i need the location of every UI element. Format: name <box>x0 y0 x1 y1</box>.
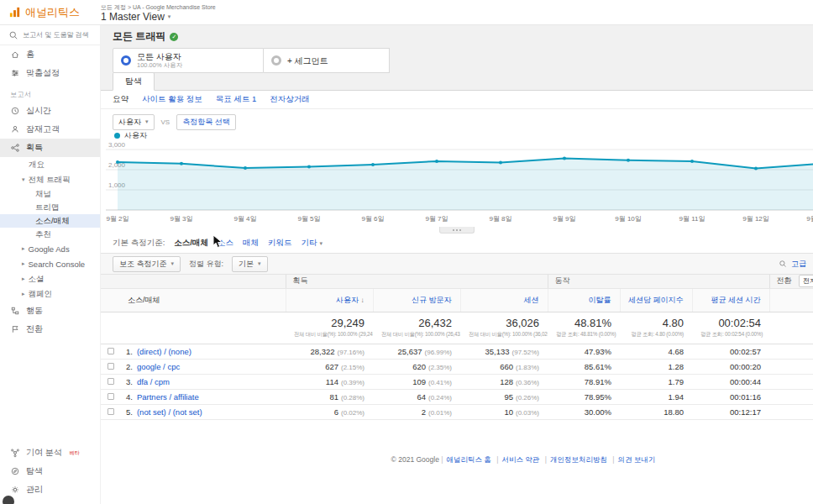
sidebar-item-label: 트리맵 <box>35 202 60 213</box>
row-checkbox[interactable] <box>108 408 114 415</box>
subtab-site-usage[interactable]: 사이트 활용 정보 <box>142 94 202 105</box>
advanced-search[interactable]: 고급 <box>778 259 806 270</box>
totals-row: 29,249전체 대비 비율(%): 100.00% (29,249) 26,4… <box>101 312 813 344</box>
group-conversion: 전환 전자상거래 ▾ <box>769 275 813 288</box>
sidebar-item-customization[interactable]: 맞춤설정 <box>0 64 100 82</box>
breadcrumb[interactable]: 모든 계정 > UA - Google Merchandise Store <box>101 3 813 11</box>
segment-all-users[interactable]: 모든 사용자 100.00% 사용자 <box>113 48 264 73</box>
sidebar-item-acq-overview[interactable]: 개요 <box>0 157 100 172</box>
sidebar-item-home[interactable]: 홈 <box>0 45 100 64</box>
analytics-logo[interactable]: 애널리틱스 <box>0 5 101 20</box>
table-row: 4.Partners / affiliate 81(0.28%) 64(0.24… <box>101 389 813 404</box>
column-users[interactable]: 사용자 ↓ <box>286 288 373 312</box>
source-medium-link[interactable]: (direct) / (none) <box>137 347 191 356</box>
sort-type-button[interactable]: 기본 ▾ <box>232 256 268 272</box>
sort-desc-icon: ↓ <box>361 297 365 304</box>
sidebar-item-referrals[interactable]: 추천 <box>0 228 100 241</box>
sidebar-item-attribution[interactable]: 기여 분석 베타 <box>0 444 100 462</box>
sidebar-item-acquisition[interactable]: 획득 <box>0 139 100 157</box>
dimension-other[interactable]: 기타 ▾ <box>301 238 323 249</box>
page-title-label: 모든 트래픽 <box>113 29 165 44</box>
verified-check-icon: ✓ <box>170 33 178 41</box>
row-index: 4. <box>126 392 133 402</box>
line-chart-svg: 1,0002,0003,0009월 2일9월 3일9월 4일9월 5일9월 6일… <box>106 141 813 225</box>
sidebar-item-behavior[interactable]: 행동 <box>0 302 100 320</box>
sidebar-item-google-ads[interactable]: ▸ Google Ads <box>0 241 100 256</box>
sidebar-item-label: 캠페인 <box>29 289 53 300</box>
dimension-source-medium[interactable]: 소스/매체 <box>174 238 208 249</box>
footer-link-terms[interactable]: 서비스 약관 <box>501 455 539 464</box>
view-selector[interactable]: 1 Master View ▾ <box>101 11 813 23</box>
row-checkbox[interactable] <box>108 363 114 370</box>
main-content: 모든 트래픽 ✓ 모든 사용자 100.00% 사용자 + 세그먼트 탐색 요약… <box>101 25 813 504</box>
secondary-dimension-button[interactable]: 보조 측정기준 ▾ <box>113 256 181 272</box>
sidebar-item-discover[interactable]: 탐색 <box>0 462 100 480</box>
row-checkbox[interactable] <box>108 393 114 400</box>
footer-link-feedback[interactable]: 의견 보내기 <box>618 455 656 464</box>
tab-explorer[interactable]: 탐색 <box>113 72 155 91</box>
sidebar-item-label: 기여 분석 <box>26 447 62 459</box>
select-metric-dropdown[interactable]: 측정항목 선택 <box>176 114 236 130</box>
column-ecommerce-conversion[interactable]: 전자상거래 전환율 <box>769 288 813 312</box>
source-medium-link[interactable]: dfa / cpm <box>137 377 170 386</box>
column-avg-session-duration[interactable]: 평균 세션 시간 <box>692 288 769 312</box>
subtab-goal-set-1[interactable]: 목표 세트 1 <box>216 94 257 105</box>
row-index: 2. <box>126 362 133 371</box>
svg-text:9월 7일: 9월 7일 <box>425 215 448 223</box>
column-pages-per-session[interactable]: 세션당 페이지수 <box>620 288 692 312</box>
sidebar-item-treemaps[interactable]: 트리맵 <box>0 201 100 214</box>
sidebar-item-social[interactable]: ▸ 소셜 <box>0 271 100 286</box>
sidebar-item-campaigns[interactable]: ▸ 캠페인 <box>0 286 100 302</box>
source-medium-link[interactable]: Partners / affiliate <box>137 392 199 402</box>
chevron-down-icon: ▾ <box>145 118 149 125</box>
report-subtabs: 요약 사이트 활용 정보 목표 세트 1 전자상거래 <box>101 91 813 109</box>
table-controls: 보조 측정기준 ▾ 정렬 유형: 기본 ▾ 고급 <box>101 253 813 275</box>
conversion-goal-selector[interactable]: 전자상거래 ▾ <box>799 275 813 287</box>
subtab-summary[interactable]: 요약 <box>113 94 129 105</box>
annotations-expander[interactable] <box>439 227 475 234</box>
group-acquisition: 획득 <box>286 275 548 288</box>
column-new-users[interactable]: 신규 방문자 <box>373 288 460 312</box>
row-checkbox[interactable] <box>108 378 114 385</box>
sidebar-item-label: 맞춤설정 <box>26 67 60 79</box>
sidebar-item-search-console[interactable]: ▸ Search Console <box>0 256 100 271</box>
primary-dimension-label: 기본 측정기준: <box>113 238 165 249</box>
footer-link-analytics-home[interactable]: 애널리틱스 홈 <box>447 455 491 464</box>
acquisition-icon <box>10 143 20 153</box>
column-bounce-rate[interactable]: 이탈률 <box>548 288 620 312</box>
source-medium-link[interactable]: (not set) / (not set) <box>137 407 202 417</box>
search-icon <box>8 30 18 40</box>
svg-text:9월 4일: 9월 4일 <box>233 215 256 223</box>
row-index: 5. <box>126 407 133 417</box>
sidebar-item-label: 전체 트래픽 <box>29 175 71 186</box>
sidebar-item-label: Google Ads <box>29 244 70 254</box>
metric-selector[interactable]: 사용자 ▾ <box>113 114 155 130</box>
sidebar-item-realtime[interactable]: 실시간 <box>0 102 100 120</box>
sidebar-item-conversions[interactable]: 전환 <box>0 320 100 339</box>
column-sessions[interactable]: 세션 <box>460 288 548 312</box>
add-segment-button[interactable]: + 세그먼트 <box>264 48 390 73</box>
chat-bubble-icon[interactable] <box>3 496 14 504</box>
sidebar-item-audience[interactable]: 잠재고객 <box>0 120 100 139</box>
table-row: 1.(direct) / (none) 28,322(97.16%) 25,63… <box>101 344 813 359</box>
dimension-keyword[interactable]: 키워드 <box>268 238 292 249</box>
subtab-ecommerce[interactable]: 전자상거래 <box>270 94 310 105</box>
column-header-row: 소스/매체 사용자 ↓ 신규 방문자 세션 이탈률 세션당 페이지수 평균 세션… <box>101 288 813 312</box>
primary-dimension-bar: 기본 측정기준: 소스/매체 소스 매체 키워드 기타 ▾ <box>101 234 813 253</box>
sidebar-item-label: 채널 <box>35 189 51 200</box>
sidebar-item-all-traffic[interactable]: ▾ 전체 트래픽 <box>0 172 100 187</box>
sidebar-item-label: 추천 <box>35 229 51 240</box>
total-bounce: 48.81%평균 조회: 48.81% (0.00%) <box>548 312 620 344</box>
source-medium-link[interactable]: google / cpc <box>137 362 180 371</box>
dimension-medium[interactable]: 매체 <box>243 238 259 249</box>
analytics-logo-icon <box>8 6 21 18</box>
sidebar-search[interactable]: 보고서 및 도움말 검색 <box>0 25 100 45</box>
sidebar-item-admin[interactable]: 관리 <box>0 480 100 499</box>
sidebar-section-reports: 보고서 <box>0 82 100 102</box>
footer-link-privacy[interactable]: 개인정보처리방침 <box>550 455 607 464</box>
row-checkbox[interactable] <box>108 348 114 354</box>
column-source-medium[interactable]: 소스/매체 <box>121 288 286 312</box>
sidebar-item-channels[interactable]: 채널 <box>0 187 100 201</box>
legend-label: 사용자 <box>124 130 147 141</box>
sidebar-item-source-medium[interactable]: 소스/매체 <box>0 214 100 228</box>
